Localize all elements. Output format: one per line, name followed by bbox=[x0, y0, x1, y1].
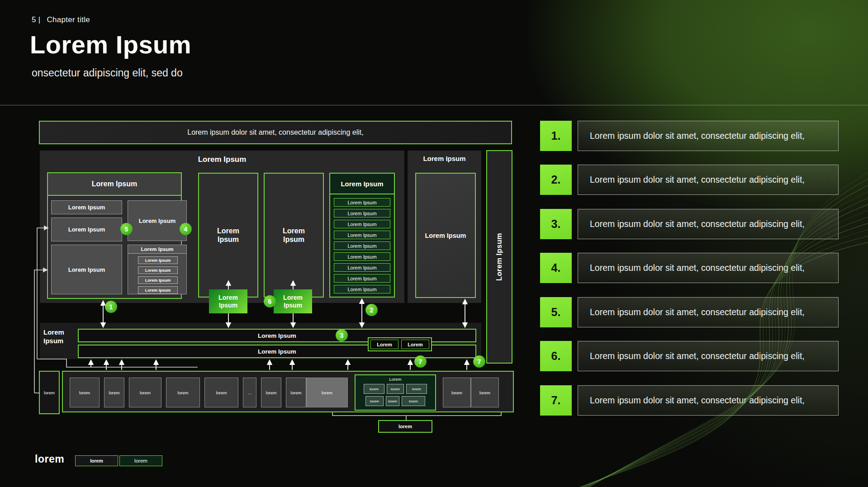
bottom-pair-box: lorem bbox=[443, 378, 471, 407]
bottom-group: lorem lorem lorem lorem lorem ... lorem … bbox=[62, 371, 514, 412]
side-bar-label: Lorem Ipsum bbox=[495, 233, 503, 281]
page-title: Lorem Ipsum bbox=[30, 30, 191, 59]
list-row: Lorem Ipsum bbox=[334, 252, 390, 261]
left-box-mid: Lorem Ipsum bbox=[51, 217, 122, 241]
green-cell: lorem bbox=[402, 396, 425, 406]
step-marker-3: 3 bbox=[336, 329, 348, 341]
subgroup-row: Lorem Ipsum bbox=[138, 266, 178, 274]
main-group-title: Lorem Ipsum bbox=[40, 155, 404, 164]
step-marker-1: 1 bbox=[105, 301, 117, 313]
green-cell: lorem bbox=[406, 384, 427, 394]
step-marker-7b: 7 bbox=[473, 355, 485, 368]
bars-label: Lorem Ipsum bbox=[43, 328, 76, 345]
legend-chip-black: lorem bbox=[75, 455, 118, 466]
green-cell: lorem bbox=[386, 396, 399, 406]
step-marker-2: 2 bbox=[365, 304, 378, 316]
left-subgroup-title: Lorem Ipsum bbox=[128, 245, 186, 254]
list-number-2: 2. bbox=[540, 165, 572, 195]
list-text-2: Lorem ipsum dolor sit amet, consectetur … bbox=[578, 165, 839, 195]
list-number-6: 6. bbox=[540, 341, 572, 371]
pillar-a-label: Lorem Ipsum bbox=[216, 227, 241, 244]
list-text-6: Lorem ipsum dolor sit amet, consectetur … bbox=[578, 341, 839, 371]
header-divider bbox=[0, 105, 868, 105]
list-number-7: 7. bbox=[540, 385, 572, 416]
list-text-1: Lorem ipsum dolor sit amet, consectetur … bbox=[578, 121, 839, 151]
list-row: Lorem Ipsum bbox=[334, 209, 390, 217]
diagram-banner: Lorem ipsum dolor sit amet, consectetur … bbox=[39, 121, 512, 144]
bottom-callout: lorem bbox=[378, 420, 432, 433]
list-text-7: Lorem ipsum dolor sit amet, consectetur … bbox=[578, 385, 839, 416]
left-subgroup: Lorem Ipsum Lorem Ipsum Lorem Ipsum Lore… bbox=[128, 245, 187, 294]
green-cell: lorem bbox=[365, 396, 384, 406]
slide: 5 |Chapter title Lorem Ipsum onsectetur … bbox=[0, 0, 868, 487]
page-subtitle: onsectetur adipiscing elit, sed do bbox=[32, 67, 183, 79]
right-panel-title: Lorem Ipsum bbox=[408, 155, 481, 162]
list-text-5: Lorem ipsum dolor sit amet, consectetur … bbox=[578, 297, 839, 327]
left-box-top: Lorem Ipsum bbox=[51, 200, 122, 214]
list-row: Lorem Ipsum bbox=[334, 274, 390, 283]
pillar-b: Lorem Ipsum bbox=[264, 173, 324, 298]
bottom-box: lorem bbox=[166, 378, 200, 407]
step-marker-5: 5 bbox=[120, 223, 133, 235]
left-group-title: Lorem Ipsum bbox=[48, 173, 181, 196]
list-text-3: Lorem ipsum dolor sit amet, consectetur … bbox=[578, 209, 839, 239]
green-cell: lorem bbox=[364, 384, 384, 394]
list-number-4: 4. bbox=[540, 253, 572, 283]
bottom-box: lorem bbox=[70, 378, 100, 407]
chapter-title: Chapter title bbox=[47, 15, 90, 24]
list-number-1: 1. bbox=[540, 121, 572, 151]
list-panel-title: Lorem Ipsum bbox=[330, 174, 394, 194]
green-box-b-label: Lorem Ipsum bbox=[281, 294, 305, 308]
green-box-a: Lorem Ipsum bbox=[209, 289, 247, 313]
bottom-box: lorem bbox=[104, 378, 124, 407]
list-number-3: 3. bbox=[540, 209, 572, 239]
subgroup-row: Lorem Ipsum bbox=[138, 256, 178, 264]
list-panel-rows: Lorem Ipsum Lorem Ipsum Lorem Ipsum Lore… bbox=[334, 198, 390, 293]
footer-logo: lorem bbox=[35, 453, 64, 465]
step-marker-6: 6 bbox=[264, 295, 276, 307]
bottom-outside-box: lorem bbox=[39, 371, 60, 414]
bottom-box-ellipsis: ... bbox=[243, 378, 256, 407]
bottom-box: lorem bbox=[261, 378, 281, 407]
list-row: Lorem Ipsum bbox=[334, 263, 390, 272]
bar-chip: Lorem bbox=[401, 340, 429, 349]
page-number: 5 | bbox=[32, 15, 41, 24]
pillar-a: Lorem Ipsum bbox=[198, 173, 258, 298]
chapter-label: 5 |Chapter title bbox=[32, 15, 90, 24]
green-cell: lorem bbox=[387, 384, 404, 394]
right-panel-inner: Lorem Ipsum bbox=[415, 173, 476, 298]
list-row: Lorem Ipsum bbox=[334, 220, 390, 228]
step-marker-7: 7 bbox=[414, 355, 427, 368]
list-row: Lorem Ipsum bbox=[334, 241, 390, 250]
bottom-pair-box: lorem bbox=[471, 378, 499, 407]
list-text-4: Lorem ipsum dolor sit amet, consectetur … bbox=[578, 253, 839, 283]
list-row: Lorem Ipsum bbox=[334, 198, 390, 207]
bar-chip: Lorem bbox=[370, 340, 398, 349]
subgroup-row: Lorem Ipsum bbox=[138, 276, 178, 284]
green-box-a-label: Lorem Ipsum bbox=[217, 294, 240, 308]
bottom-box: lorem bbox=[129, 378, 161, 407]
bottom-box: lorem bbox=[204, 378, 238, 407]
bottom-green-group: Lorem lorem lorem lorem lorem lorem lore… bbox=[355, 374, 436, 411]
bottom-box: lorem bbox=[286, 378, 306, 407]
left-box-bottom: Lorem Ipsum bbox=[51, 245, 122, 294]
side-bar: Lorem Ipsum bbox=[486, 150, 512, 364]
list-row: Lorem Ipsum bbox=[334, 285, 390, 293]
pillar-b-label: Lorem Ipsum bbox=[281, 227, 307, 244]
step-marker-4: 4 bbox=[180, 223, 192, 235]
subgroup-row: Lorem Ipsum bbox=[138, 286, 178, 294]
green-box-b: Lorem Ipsum bbox=[274, 289, 312, 313]
bar-chip-group: Lorem Lorem bbox=[368, 337, 432, 351]
left-box-right: Lorem Ipsum bbox=[128, 200, 187, 241]
bottom-box-highlight: lorem bbox=[306, 378, 348, 407]
list-row: Lorem Ipsum bbox=[334, 231, 390, 239]
list-number-5: 5. bbox=[540, 297, 572, 327]
list-panel: Lorem Ipsum Lorem Ipsum Lorem Ipsum Lore… bbox=[329, 173, 395, 298]
legend-chip-green: lorem bbox=[119, 455, 162, 466]
bottom-green-title: Lorem bbox=[356, 377, 435, 382]
